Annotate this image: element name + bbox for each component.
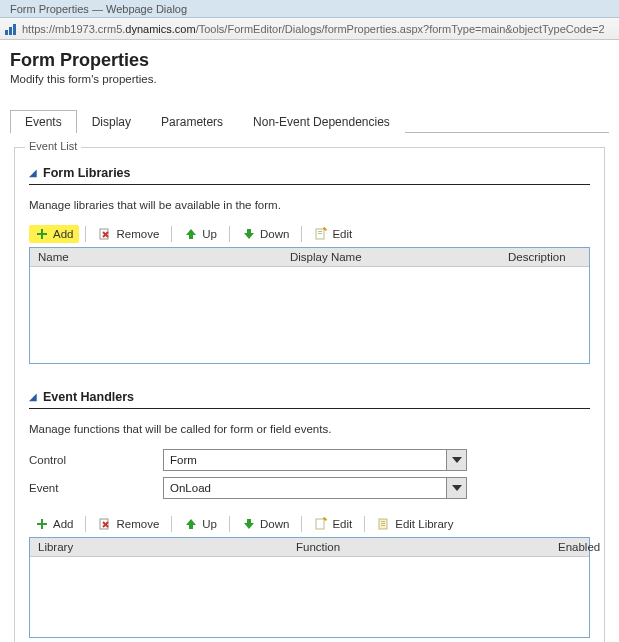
control-label: Control xyxy=(29,454,163,466)
event-label: Event xyxy=(29,482,163,494)
chevron-down-icon xyxy=(446,478,466,498)
handlers-down-button[interactable]: Down xyxy=(236,515,295,533)
page-content: Form Properties Modify this form's prope… xyxy=(0,40,619,642)
edit-library-icon xyxy=(377,517,391,531)
remove-label: Remove xyxy=(116,518,159,530)
remove-icon xyxy=(98,517,112,531)
tab-strip: Events Display Parameters Non-Event Depe… xyxy=(10,109,609,133)
arrow-down-icon xyxy=(242,517,256,531)
event-handlers-desc: Manage functions that will be called for… xyxy=(29,423,590,435)
toolbar-separator xyxy=(229,226,230,242)
toolbar-separator xyxy=(229,516,230,532)
toolbar-separator xyxy=(364,516,365,532)
edit-label: Edit xyxy=(332,228,352,240)
event-handlers-heading: Event Handlers xyxy=(43,390,134,404)
url-text: https://mb1973.crm5.dynamics.com/Tools/F… xyxy=(22,23,605,35)
address-bar: https://mb1973.crm5.dynamics.com/Tools/F… xyxy=(0,18,619,40)
add-label: Add xyxy=(53,518,73,530)
handlers-grid[interactable]: Library Function Enabled xyxy=(29,537,590,638)
svg-marker-21 xyxy=(186,519,196,529)
tab-display[interactable]: Display xyxy=(77,110,146,133)
toolbar-separator xyxy=(301,226,302,242)
toolbar-separator xyxy=(171,516,172,532)
svg-rect-0 xyxy=(5,30,8,35)
url-host: dynamics.com xyxy=(125,23,195,35)
window-title-bar: Form Properties — Webpage Dialog xyxy=(0,0,619,18)
libraries-grid-body[interactable] xyxy=(30,267,589,363)
col-function[interactable]: Function xyxy=(288,538,550,556)
toolbar-separator xyxy=(85,516,86,532)
event-handlers-header[interactable]: ◢ Event Handlers xyxy=(29,390,590,409)
libraries-down-button[interactable]: Down xyxy=(236,225,295,243)
up-label: Up xyxy=(202,228,217,240)
svg-rect-12 xyxy=(318,233,322,234)
handlers-add-button[interactable]: Add xyxy=(29,515,79,533)
svg-rect-4 xyxy=(37,233,47,235)
toolbar-separator xyxy=(171,226,172,242)
svg-rect-2 xyxy=(13,24,16,35)
libraries-grid[interactable]: Name Display Name Description xyxy=(29,247,590,364)
svg-marker-22 xyxy=(244,519,254,529)
tab-events[interactable]: Events xyxy=(10,110,77,133)
collapse-triangle-icon: ◢ xyxy=(29,168,37,178)
svg-rect-27 xyxy=(381,523,385,524)
add-icon xyxy=(35,517,49,531)
event-list-section: Event List ◢ Form Libraries Manage libra… xyxy=(14,147,605,642)
handlers-remove-button[interactable]: Remove xyxy=(92,515,165,533)
down-label: Down xyxy=(260,228,289,240)
collapse-triangle-icon: ◢ xyxy=(29,392,37,402)
up-label: Up xyxy=(202,518,217,530)
form-libraries-header[interactable]: ◢ Form Libraries xyxy=(29,166,590,185)
event-select[interactable]: OnLoad xyxy=(163,477,467,499)
libraries-edit-button[interactable]: Edit xyxy=(308,225,358,243)
handlers-grid-body[interactable] xyxy=(30,557,589,637)
remove-icon xyxy=(98,227,112,241)
svg-marker-14 xyxy=(452,457,462,463)
handlers-up-button[interactable]: Up xyxy=(178,515,223,533)
libraries-remove-button[interactable]: Remove xyxy=(92,225,165,243)
arrow-up-icon xyxy=(184,517,198,531)
window-title-fragment: Form Properties — Webpage Dialog xyxy=(10,3,187,15)
libraries-add-button[interactable]: Add xyxy=(29,225,79,243)
col-library[interactable]: Library xyxy=(30,538,288,556)
dynamics-page-icon xyxy=(4,22,18,36)
svg-rect-26 xyxy=(381,521,385,522)
event-row: Event OnLoad xyxy=(29,477,590,499)
arrow-up-icon xyxy=(184,227,198,241)
col-name[interactable]: Name xyxy=(30,248,282,266)
url-path: /Tools/FormEditor/Dialogs/formProperties… xyxy=(196,23,605,35)
page-subtitle: Modify this form's properties. xyxy=(10,73,609,85)
libraries-up-button[interactable]: Up xyxy=(178,225,223,243)
svg-marker-9 xyxy=(244,229,254,239)
handlers-grid-header: Library Function Enabled xyxy=(30,538,589,557)
page-title: Form Properties xyxy=(10,50,609,71)
edit-icon xyxy=(314,227,328,241)
add-icon xyxy=(35,227,49,241)
col-description[interactable]: Description xyxy=(500,248,589,266)
handlers-toolbar: Add Remove Up Down xyxy=(29,515,590,533)
col-display-name[interactable]: Display Name xyxy=(282,248,500,266)
svg-marker-8 xyxy=(186,229,196,239)
chevron-down-icon xyxy=(446,450,466,470)
tab-non-event-dependencies[interactable]: Non-Event Dependencies xyxy=(238,110,405,133)
form-libraries-heading: Form Libraries xyxy=(43,166,131,180)
svg-rect-23 xyxy=(316,519,324,529)
tab-parameters[interactable]: Parameters xyxy=(146,110,238,133)
svg-rect-1 xyxy=(9,27,12,35)
toolbar-separator xyxy=(301,516,302,532)
event-select-value: OnLoad xyxy=(170,482,211,494)
form-libraries-desc: Manage libraries that will be available … xyxy=(29,199,590,211)
libraries-toolbar: Add Remove Up Down xyxy=(29,225,590,243)
handlers-edit-button[interactable]: Edit xyxy=(308,515,358,533)
libraries-grid-header: Name Display Name Description xyxy=(30,248,589,267)
add-label: Add xyxy=(53,228,73,240)
url-prefix: https://mb1973.crm5. xyxy=(22,23,125,35)
control-row: Control Form xyxy=(29,449,590,471)
handlers-edit-library-button[interactable]: Edit Library xyxy=(371,515,459,533)
edit-icon xyxy=(314,517,328,531)
col-enabled[interactable]: Enabled xyxy=(550,538,608,556)
remove-label: Remove xyxy=(116,228,159,240)
svg-marker-15 xyxy=(452,485,462,491)
arrow-down-icon xyxy=(242,227,256,241)
control-select[interactable]: Form xyxy=(163,449,467,471)
